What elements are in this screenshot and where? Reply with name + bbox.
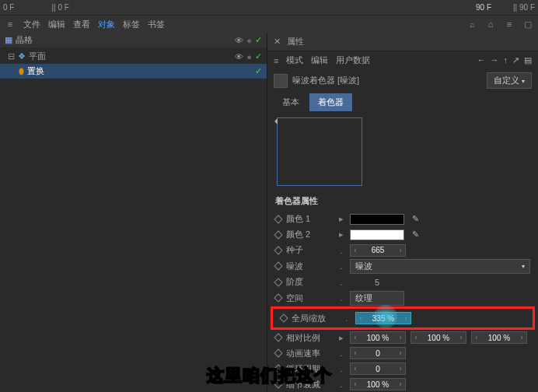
relx-input[interactable]: ‹100 %› (350, 331, 406, 344)
nav-menu-icon[interactable]: ▤ (524, 55, 532, 65)
keyframe-icon[interactable] (274, 278, 282, 286)
render-dot-icon[interactable]: ● (246, 52, 252, 61)
highlight-annotation: 全局缩放 . ‹335 %› (271, 306, 535, 330)
expand-icon[interactable]: ▢ (522, 19, 533, 30)
edit-label[interactable]: 编辑 (311, 54, 328, 66)
keyframe-icon[interactable] (274, 262, 282, 271)
prop-rel-scale: 相对比例 ▸ ‹100 %› ‹100 %› ‹100 %› (267, 330, 538, 345)
preset-dropdown[interactable]: 自定义 ▾ (487, 72, 532, 89)
filter-icon[interactable]: ≡ (504, 19, 515, 30)
close-icon[interactable]: ✕ (274, 37, 281, 47)
menu-bar: ≡ 文件 编辑 查看 对象 标签 书签 ⌕ ⌂ ≡ ▢ (0, 16, 538, 33)
color2-swatch[interactable] (350, 229, 404, 240)
eyedropper-icon[interactable]: ✎ (412, 214, 419, 224)
expand-arrow-icon[interactable]: ▸ (337, 214, 345, 224)
keyframe-icon[interactable] (274, 294, 282, 303)
menu-bookmark[interactable]: 书签 (148, 19, 165, 30)
tree-item-displace[interactable]: ⬮ 置换 ✓ (0, 64, 267, 79)
timeline-bar: 0 F || 0 F 90 F || 90 F (0, 0, 538, 16)
keyframe-icon[interactable] (279, 313, 288, 322)
global-scale-input[interactable]: ‹335 %› (355, 312, 411, 324)
tree-item-displace-label: 置换 (27, 65, 44, 77)
seed-input[interactable]: ‹665› (350, 244, 406, 257)
space-dropdown[interactable]: 纹理 (350, 291, 404, 306)
detail-input[interactable]: ‹100 %› (350, 378, 406, 390)
color1-swatch[interactable] (350, 214, 404, 225)
octaves-value[interactable]: 5 (350, 278, 404, 287)
prop-seed: 种子 . ‹665› (267, 243, 538, 258)
search-icon[interactable]: ⌕ (466, 19, 477, 30)
noise-dropdown[interactable]: 噪波▾ (350, 259, 530, 274)
home-icon[interactable]: ⌂ (485, 19, 496, 30)
nav-back-icon[interactable]: ← (477, 55, 486, 65)
mode-label[interactable]: 模式 (286, 54, 303, 66)
anim-speed-input[interactable]: ‹0› (350, 347, 406, 359)
tree-item-plane[interactable]: ⊟ ❖ 平面 👁 ● ✓ (0, 49, 267, 64)
tree-root[interactable]: 晶格 (16, 34, 33, 46)
nav-fwd-icon[interactable]: → (491, 55, 499, 65)
frame-right-2: || 90 F (513, 3, 535, 12)
check-icon[interactable]: ✓ (255, 66, 262, 76)
tree-item-plane-label: 平面 (29, 51, 46, 62)
prop-color1: 颜色 1 ▸ ✎ (267, 212, 538, 227)
video-caption: 这里咱们把这个 (207, 364, 332, 387)
prop-noise: 噪波 . 噪波▾ (267, 258, 538, 275)
frame-right: 90 F (476, 3, 491, 12)
frame-left: 0 F (3, 3, 14, 12)
prop-color2: 颜色 2 ▸ ✎ (267, 227, 538, 243)
keyframe-icon[interactable] (274, 230, 282, 239)
menu-file[interactable]: 文件 (23, 19, 40, 30)
keyframe-icon[interactable] (274, 348, 282, 357)
tab-shader[interactable]: 着色器 (309, 93, 352, 111)
shader-thumb-icon (274, 74, 288, 88)
visibility-icon[interactable]: 👁 (235, 36, 243, 45)
prop-octaves: 阶度 . 5 (267, 275, 538, 290)
hamburger-icon[interactable]: ≡ (274, 56, 278, 65)
keyframe-icon[interactable] (274, 246, 282, 254)
check-icon[interactable]: ✓ (255, 35, 262, 45)
tab-basic[interactable]: 基本 (274, 93, 308, 111)
userdata-label[interactable]: 用户数据 (336, 54, 370, 66)
panel-title: 属性 (287, 36, 304, 47)
menu-view[interactable]: 查看 (73, 19, 90, 30)
expand-arrow-icon[interactable]: ▸ (337, 229, 345, 240)
hamburger-icon[interactable]: ≡ (5, 19, 16, 30)
menu-edit[interactable]: 编辑 (48, 19, 65, 30)
check-icon[interactable]: ✓ (255, 51, 262, 61)
expand-arrow-icon[interactable]: ▸ (337, 333, 345, 343)
menu-object[interactable]: 对象 (98, 19, 115, 30)
render-dot-icon[interactable]: ● (246, 36, 252, 45)
loop-input[interactable]: ‹0› (350, 362, 406, 375)
object-name: 噪波着色器 [噪波] (292, 75, 359, 86)
props-section-label: 着色器属性 (267, 191, 538, 212)
lattice-icon: ▦ (5, 35, 12, 45)
prop-anim-speed: 动画速率 . ‹0› (267, 345, 538, 361)
attribute-panel: ✕ 属性 ≡ 模式 编辑 用户数据 ← → ↑ ↗ ▤ 噪波着色器 [噪波] 自… (267, 33, 538, 392)
object-manager: ▦ 晶格 👁 ● ✓ ⊟ ❖ 平面 👁 ● ✓ ⬮ 置换 ✓ (0, 33, 267, 392)
nav-ext-icon[interactable]: ↗ (512, 55, 519, 65)
prop-global-scale: 全局缩放 . ‹335 %› (273, 310, 533, 327)
rely-input[interactable]: ‹100 %› (410, 331, 466, 344)
keyframe-icon[interactable] (274, 333, 282, 341)
menu-tag[interactable]: 标签 (123, 19, 140, 30)
visibility-icon[interactable]: 👁 (235, 52, 243, 61)
nav-up-icon[interactable]: ↑ (504, 55, 508, 65)
shader-preview[interactable] (277, 117, 362, 186)
keyframe-icon[interactable] (274, 215, 282, 223)
relz-input[interactable]: ‹100 %› (471, 331, 527, 344)
eyedropper-icon[interactable]: ✎ (412, 229, 419, 240)
frame-left-2: || 0 F (51, 3, 68, 12)
prop-space: 空间 . 纹理 (267, 290, 538, 306)
